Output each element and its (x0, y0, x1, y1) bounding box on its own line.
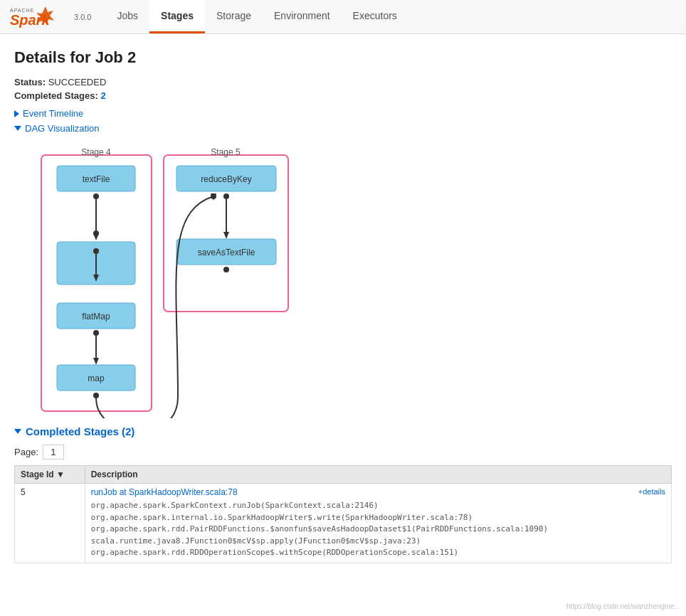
svg-point-34 (211, 193, 216, 199)
dag-section: DAG Visualization Stage 4 textFile (14, 123, 672, 418)
completed-stages-line: Completed Stages: 2 (14, 90, 672, 101)
stack-line-3: org.apache.spark.rdd.PairRDDFunctions.$a… (91, 524, 665, 536)
stage-id-value: 5 (21, 487, 26, 497)
svg-text:Stage 5: Stage 5 (211, 147, 241, 157)
stack-line-5: org.apache.spark.rdd.RDDOperationScope$.… (91, 547, 665, 559)
status-line: Status: SUCCEEDED (14, 77, 672, 87)
page-number[interactable]: 1 (43, 445, 64, 460)
logo-area: Spark APACHE 3.0.0 (9, 5, 91, 29)
completed-stages-triangle-icon (14, 429, 21, 434)
svg-text:Spark: Spark (10, 12, 50, 28)
stack-line-2: org.apache.spark.internal.io.SparkHadoop… (91, 512, 665, 524)
dag-label: DAG Visualization (25, 123, 100, 134)
spark-logo-icon: Spark APACHE (9, 5, 73, 29)
page-control: Page: 1 (14, 445, 672, 460)
svg-point-7 (93, 193, 99, 199)
svg-text:saveAsTextFile: saveAsTextFile (198, 248, 255, 257)
event-timeline-toggle[interactable]: Event Timeline (14, 108, 672, 119)
svg-text:Stage 4: Stage 4 (81, 147, 111, 157)
svg-point-22 (93, 393, 99, 398)
description-cell: runJob at SparkHadoopWriter.scala:78 +de… (85, 484, 671, 563)
page-title: Details for Job 2 (14, 48, 672, 67)
status-value: SUCCEEDED (48, 77, 107, 87)
svg-text:map: map (88, 373, 105, 383)
tab-stages[interactable]: Stages (149, 0, 205, 33)
svg-text:textFile: textFile (83, 174, 110, 184)
nav-tabs: Jobs Stages Storage Environment Executor… (105, 0, 408, 33)
completed-stages-section-header: Completed Stages (2) (14, 425, 672, 437)
triangle-down-icon (14, 126, 21, 131)
svg-point-17 (93, 330, 99, 336)
completed-stages-label: Completed Stages: (14, 90, 98, 101)
stack-trace: org.apache.spark.SparkContext.runJob(Spa… (91, 500, 665, 559)
svg-point-12 (93, 248, 99, 254)
completed-stages-link[interactable]: 2 (100, 90, 105, 101)
plus-details[interactable]: +details (638, 487, 665, 496)
tab-environment[interactable]: Environment (263, 0, 342, 33)
svg-text:reduceByKey: reduceByKey (201, 174, 251, 184)
version-label: 3.0.0 (74, 13, 91, 21)
triangle-right-icon (14, 110, 19, 117)
event-timeline-label: Event Timeline (23, 108, 83, 119)
sort-icon: ▼ (56, 469, 65, 479)
main-content: Details for Job 2 Status: SUCCEEDED Comp… (0, 34, 686, 578)
page-label: Page: (14, 447, 38, 457)
col-description: Description (85, 466, 671, 484)
top-navigation: Spark APACHE 3.0.0 Jobs Stages Storage E… (0, 0, 686, 34)
description-link[interactable]: runJob at SparkHadoopWriter.scala:78 (91, 487, 238, 497)
col-stage-id[interactable]: Stage Id ▼ (15, 466, 85, 484)
stack-line-1: org.apache.spark.SparkContext.runJob(Spa… (91, 500, 665, 512)
status-label: Status: (14, 77, 46, 87)
col-description-label: Description (91, 469, 138, 479)
dag-svg: Stage 4 textFile flatMap (21, 141, 306, 418)
svg-point-32 (223, 267, 229, 272)
stack-line-4: scala.runtime.java8.JFunction0$mcV$sp.ap… (91, 536, 665, 548)
svg-point-27 (223, 193, 229, 199)
svg-text:flatMap: flatMap (82, 312, 110, 322)
tab-executors[interactable]: Executors (342, 0, 408, 33)
svg-marker-29 (223, 232, 229, 239)
stage-id-cell: 5 (15, 484, 85, 563)
svg-marker-10 (93, 233, 99, 240)
completed-stages-section-title[interactable]: Completed Stages (2) (26, 425, 134, 437)
dag-visualization: Stage 4 textFile flatMap (21, 141, 306, 418)
stages-table: Stage Id ▼ Description 5 runJob at Spark… (14, 465, 672, 563)
col-stage-id-label: Stage Id (21, 469, 54, 479)
event-timeline-section: Event Timeline (14, 108, 672, 119)
svg-text:APACHE: APACHE (10, 8, 34, 13)
dag-toggle[interactable]: DAG Visualization (14, 123, 672, 134)
table-row: 5 runJob at SparkHadoopWriter.scala:78 +… (15, 484, 672, 563)
tab-jobs[interactable]: Jobs (105, 0, 149, 33)
svg-marker-19 (93, 358, 99, 365)
tab-storage[interactable]: Storage (205, 0, 263, 33)
